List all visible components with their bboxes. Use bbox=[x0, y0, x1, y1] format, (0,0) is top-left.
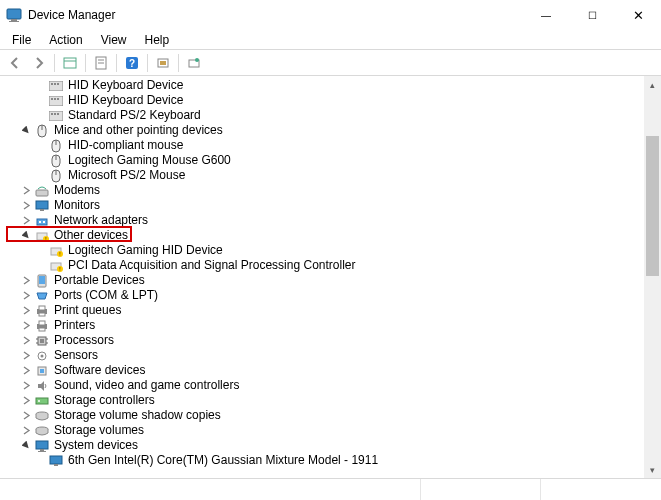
tree-item-label: Storage volume shadow copies bbox=[54, 408, 221, 423]
svg-rect-38 bbox=[39, 221, 41, 223]
vertical-scrollbar[interactable]: ▴ ▾ bbox=[644, 76, 661, 478]
svg-rect-59 bbox=[40, 339, 44, 343]
menubar: File Action View Help bbox=[0, 30, 661, 50]
tree-category-print-queues[interactable]: Print queues bbox=[0, 303, 661, 318]
expand-icon[interactable] bbox=[20, 230, 32, 242]
scroll-up-button[interactable]: ▴ bbox=[644, 76, 661, 93]
svg-rect-17 bbox=[57, 83, 59, 85]
tree-category-ports[interactable]: Ports (COM & LPT) bbox=[0, 288, 661, 303]
collapse-icon[interactable] bbox=[20, 350, 32, 362]
tree-category-software[interactable]: Software devices bbox=[0, 363, 661, 378]
tree-item-hid-keyboard-2[interactable]: HID Keyboard Device bbox=[0, 93, 661, 108]
tree-category-sound[interactable]: Sound, video and game controllers bbox=[0, 378, 661, 393]
tree-category-processors[interactable]: Processors bbox=[0, 333, 661, 348]
collapse-icon[interactable] bbox=[20, 305, 32, 317]
menu-action[interactable]: Action bbox=[41, 32, 90, 48]
collapse-icon[interactable] bbox=[20, 425, 32, 437]
expand-icon[interactable] bbox=[20, 125, 32, 137]
collapse-icon[interactable] bbox=[20, 380, 32, 392]
properties-button[interactable] bbox=[90, 52, 112, 74]
toolbar-separator bbox=[85, 54, 86, 72]
back-button[interactable] bbox=[4, 52, 26, 74]
tree-category-modems[interactable]: Modems bbox=[0, 183, 661, 198]
expand-icon[interactable] bbox=[20, 440, 32, 452]
update-driver-button[interactable] bbox=[183, 52, 205, 74]
svg-rect-39 bbox=[43, 221, 45, 223]
close-button[interactable]: ✕ bbox=[615, 0, 661, 30]
tree-item-label: HID Keyboard Device bbox=[68, 93, 183, 108]
minimize-button[interactable]: — bbox=[523, 0, 569, 30]
svg-rect-16 bbox=[54, 83, 56, 85]
maximize-button[interactable]: ☐ bbox=[569, 0, 615, 30]
tree-category-mice[interactable]: Mice and other pointing devices bbox=[0, 123, 661, 138]
collapse-icon[interactable] bbox=[20, 365, 32, 377]
menu-view[interactable]: View bbox=[93, 32, 135, 48]
svg-rect-14 bbox=[49, 81, 63, 91]
tree-item-intel-gmm[interactable]: 6th Gen Intel(R) Core(TM) Gaussian Mixtu… bbox=[0, 453, 661, 468]
unknown-device-icon: ! bbox=[48, 243, 64, 259]
svg-rect-67 bbox=[40, 369, 44, 373]
mouse-icon bbox=[48, 138, 64, 154]
svg-rect-18 bbox=[49, 96, 63, 106]
status-cell bbox=[0, 479, 421, 500]
svg-rect-0 bbox=[7, 9, 21, 19]
svg-text:!: ! bbox=[45, 236, 46, 242]
collapse-icon[interactable] bbox=[20, 290, 32, 302]
tree-item-label: Ports (COM & LPT) bbox=[54, 288, 158, 303]
tree-category-portable[interactable]: Portable Devices bbox=[0, 273, 661, 288]
tree-item-label: PCI Data Acquisition and Signal Processi… bbox=[68, 258, 355, 273]
tree-category-storage-volumes[interactable]: Storage volumes bbox=[0, 423, 661, 438]
network-icon bbox=[34, 213, 50, 229]
tree-item-ps2-mouse[interactable]: Microsoft PS/2 Mouse bbox=[0, 168, 661, 183]
collapse-icon[interactable] bbox=[20, 410, 32, 422]
menu-help[interactable]: Help bbox=[137, 32, 178, 48]
collapse-icon[interactable] bbox=[20, 320, 32, 332]
collapse-icon[interactable] bbox=[20, 395, 32, 407]
tree-item-label: System devices bbox=[54, 438, 138, 453]
tree-item-label: Logitech Gaming Mouse G600 bbox=[68, 153, 231, 168]
scroll-down-button[interactable]: ▾ bbox=[644, 461, 661, 478]
tree-category-other-devices[interactable]: ! Other devices bbox=[0, 228, 661, 243]
tree-category-printers[interactable]: Printers bbox=[0, 318, 661, 333]
tree-item-logitech-hid[interactable]: ! Logitech Gaming HID Device bbox=[0, 243, 661, 258]
tree-item-label: Storage volumes bbox=[54, 423, 144, 438]
svg-point-65 bbox=[41, 354, 44, 357]
svg-rect-74 bbox=[40, 449, 44, 451]
scroll-thumb[interactable] bbox=[646, 136, 659, 276]
svg-rect-15 bbox=[51, 83, 53, 85]
scan-button[interactable] bbox=[152, 52, 174, 74]
collapse-icon[interactable] bbox=[20, 275, 32, 287]
unknown-device-icon: ! bbox=[48, 258, 64, 274]
sensor-icon bbox=[34, 348, 50, 364]
show-all-button[interactable] bbox=[59, 52, 81, 74]
help-button[interactable]: ? bbox=[121, 52, 143, 74]
tree-item-pci-data[interactable]: ! PCI Data Acquisition and Signal Proces… bbox=[0, 258, 661, 273]
collapse-icon[interactable] bbox=[20, 335, 32, 347]
tree-category-system-devices[interactable]: System devices bbox=[0, 438, 661, 453]
svg-rect-76 bbox=[50, 456, 62, 464]
forward-button[interactable] bbox=[28, 52, 50, 74]
collapse-icon[interactable] bbox=[20, 185, 32, 197]
statusbar bbox=[0, 478, 661, 500]
tree-category-sensors[interactable]: Sensors bbox=[0, 348, 661, 363]
tree-item-label: Standard PS/2 Keyboard bbox=[68, 108, 201, 123]
keyboard-icon bbox=[48, 108, 64, 124]
tree-category-storage-controllers[interactable]: Storage controllers bbox=[0, 393, 661, 408]
tree-item-logitech-mouse[interactable]: Logitech Gaming Mouse G600 bbox=[0, 153, 661, 168]
tree-category-shadow-copies[interactable]: Storage volume shadow copies bbox=[0, 408, 661, 423]
toolbar-separator bbox=[178, 54, 179, 72]
monitor-icon bbox=[34, 198, 50, 214]
tree-item-hid-mouse[interactable]: HID-compliant mouse bbox=[0, 138, 661, 153]
collapse-icon[interactable] bbox=[20, 200, 32, 212]
tree-item-label: 6th Gen Intel(R) Core(TM) Gaussian Mixtu… bbox=[68, 453, 378, 468]
tree-category-network[interactable]: Network adapters bbox=[0, 213, 661, 228]
menu-file[interactable]: File bbox=[4, 32, 39, 48]
tree-item-hid-keyboard-1[interactable]: HID Keyboard Device bbox=[0, 78, 661, 93]
svg-rect-54 bbox=[39, 313, 45, 316]
tree-item-ps2-keyboard[interactable]: Standard PS/2 Keyboard bbox=[0, 108, 661, 123]
tree-category-monitors[interactable]: Monitors bbox=[0, 198, 661, 213]
tree-item-label: HID-compliant mouse bbox=[68, 138, 183, 153]
collapse-icon[interactable] bbox=[20, 215, 32, 227]
toolbar-separator bbox=[147, 54, 148, 72]
printer-icon bbox=[34, 318, 50, 334]
